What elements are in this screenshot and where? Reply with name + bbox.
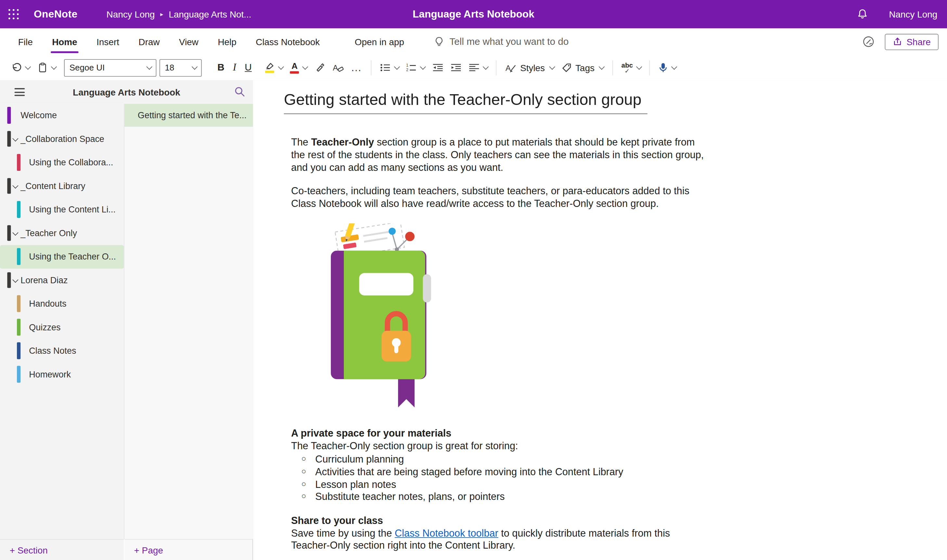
chevron-down-icon: [12, 183, 18, 188]
clear-formatting-button[interactable]: A: [328, 58, 347, 77]
share-label: Share: [906, 36, 930, 47]
spelling-button[interactable]: abc ✓: [618, 58, 645, 77]
page-canvas[interactable]: Getting started with the Teacher-Only se…: [253, 80, 947, 560]
alignment-button[interactable]: [465, 58, 491, 77]
group-tab: [7, 272, 11, 288]
onenote-app: OneNote Nancy Long ▸ Language Arts Not..…: [0, 0, 947, 560]
app-brand[interactable]: OneNote: [34, 8, 77, 20]
user-name[interactable]: Nancy Long: [889, 9, 937, 20]
sidebar-section-using-content-library[interactable]: Using the Content Li...: [0, 198, 124, 222]
list-item: ○Lesson plan notes: [291, 478, 722, 490]
section-color-strip: [17, 248, 20, 265]
indent-button[interactable]: [447, 58, 465, 77]
numbered-list-button[interactable]: 1 2: [402, 58, 429, 77]
share-button[interactable]: Share: [885, 34, 939, 50]
section-color-strip: [17, 342, 20, 359]
tab-label: Home: [52, 36, 77, 47]
styles-button[interactable]: A Styles: [502, 58, 558, 77]
tab-draw[interactable]: Draw: [129, 28, 169, 55]
italic-button[interactable]: I: [228, 58, 241, 77]
circle-bullet-icon: ○: [301, 453, 306, 466]
header-right: Nancy Long: [856, 8, 937, 20]
dictate-button[interactable]: [655, 58, 680, 77]
list-item-text: Curriculum planning: [315, 454, 404, 465]
tab-view[interactable]: View: [169, 28, 208, 55]
font-color-icon: A: [290, 62, 299, 74]
page-list: Getting started with the Te...: [125, 104, 254, 539]
format-painter-icon: [314, 63, 325, 72]
notebook-sidebar: Language Arts Notebook Welcome _Collabor…: [0, 80, 253, 560]
sidebar-section-using-collaboration[interactable]: Using the Collabora...: [0, 151, 124, 174]
search-icon[interactable]: [234, 86, 246, 98]
tab-home[interactable]: Home: [42, 28, 87, 55]
tell-me-search[interactable]: Tell me what you want to do: [434, 28, 568, 55]
section-list: Welcome _Collaboration Space Using the C…: [0, 104, 125, 539]
format-painter-button[interactable]: [311, 58, 328, 77]
section-color-strip: [7, 107, 11, 124]
section-color-strip: [17, 295, 20, 312]
notifications-bell-icon[interactable]: [856, 8, 868, 20]
tag-icon: [562, 62, 572, 73]
tab-help[interactable]: Help: [208, 28, 246, 55]
add-section-label: + Section: [10, 545, 48, 555]
open-in-app-button[interactable]: Open in app: [345, 28, 414, 55]
tab-label: Insert: [97, 36, 119, 47]
sidebar-section-homework[interactable]: Homework: [0, 363, 124, 386]
bold-button[interactable]: B: [214, 58, 228, 77]
paragraph-intro: The Teacher-Only section group is a plac…: [291, 136, 722, 174]
breadcrumb-user[interactable]: Nancy Long: [106, 9, 155, 20]
font-color-button[interactable]: A: [286, 58, 311, 77]
page-label: Getting started with the Te...: [138, 104, 247, 127]
circle-bullet-icon: ○: [301, 491, 306, 503]
sidebar-section-welcome[interactable]: Welcome: [0, 104, 124, 127]
add-page-button[interactable]: + Page: [125, 539, 253, 560]
highlight-button[interactable]: [261, 58, 286, 77]
more-formatting-button[interactable]: …: [347, 58, 366, 77]
styles-icon: A: [505, 63, 516, 72]
bulleted-list-icon: [380, 63, 391, 72]
sidebar-section-quizzes[interactable]: Quizzes: [0, 316, 124, 339]
chevron-down-icon: [672, 64, 677, 69]
tags-button[interactable]: Tags: [558, 58, 608, 77]
underline-button[interactable]: U: [241, 58, 256, 77]
tab-class-notebook[interactable]: Class Notebook: [246, 28, 329, 55]
sidebar-section-using-teacher-only[interactable]: Using the Teacher O...: [0, 245, 124, 269]
tab-insert[interactable]: Insert: [87, 28, 129, 55]
add-page-label: + Page: [134, 545, 163, 555]
list-item: ○Substitute teacher notes, plans, or poi…: [291, 491, 722, 503]
tags-label: Tags: [575, 62, 594, 73]
page-title[interactable]: Getting started with the Teacher-Only se…: [284, 91, 647, 114]
chevron-down-icon: [394, 64, 400, 69]
outdent-button[interactable]: [429, 58, 447, 77]
font-size-select[interactable]: 18: [160, 59, 202, 76]
breadcrumb-notebook[interactable]: Language Arts Not...: [169, 9, 251, 20]
sidebar-group-collaboration-space[interactable]: _Collaboration Space: [0, 127, 124, 151]
align-left-icon: [469, 63, 479, 72]
app-launcher-icon[interactable]: [8, 9, 19, 20]
sidebar-section-class-notes[interactable]: Class Notes: [0, 339, 124, 363]
undo-button[interactable]: [7, 58, 34, 77]
underline-glyph: U: [245, 62, 251, 73]
group-label: _Teacher Only: [20, 222, 77, 245]
chevron-down-icon: [12, 277, 18, 283]
app-header: OneNote Nancy Long ▸ Language Arts Not..…: [0, 0, 947, 28]
undo-icon: [11, 63, 22, 72]
class-notebook-toolbar-link[interactable]: Class Notebook toolbar: [395, 528, 499, 538]
add-section-button[interactable]: + Section: [0, 539, 124, 560]
font-name-select[interactable]: Segoe UI: [64, 59, 156, 76]
heading-share: Share to your class: [291, 514, 722, 527]
sidebar-section-handouts[interactable]: Handouts: [0, 292, 124, 315]
sidebar-group-content-library[interactable]: _Content Library: [0, 174, 124, 198]
page-item-getting-started[interactable]: Getting started with the Te...: [125, 104, 253, 127]
sidebar-group-lorena-diaz[interactable]: Lorena Diaz: [0, 269, 124, 292]
section-label: Using the Collabora...: [29, 151, 113, 174]
tab-file[interactable]: File: [8, 28, 42, 55]
editor-icon[interactable]: [862, 35, 875, 48]
notebook-title: Language Arts Notebook: [0, 87, 253, 97]
hamburger-menu-icon[interactable]: [15, 88, 25, 96]
bulleted-list-button[interactable]: [376, 58, 402, 77]
font-name-value: Segoe UI: [69, 63, 105, 72]
sidebar-group-teacher-only[interactable]: _Teacher Only: [0, 222, 124, 245]
section-label: Quizzes: [29, 316, 60, 339]
paste-button[interactable]: [34, 58, 59, 77]
